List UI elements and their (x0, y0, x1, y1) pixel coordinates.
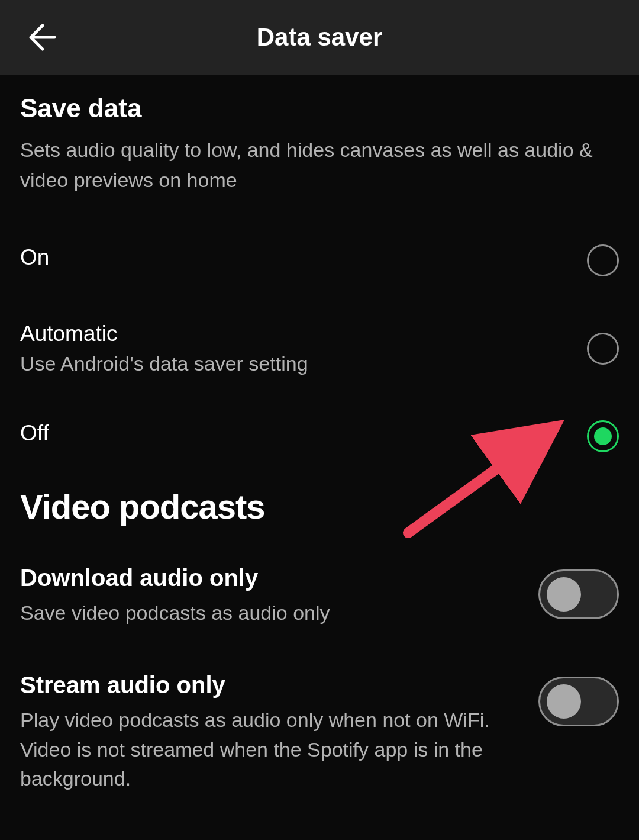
content-area: Save data Sets audio quality to low, and… (0, 75, 639, 805)
radio-button-automatic[interactable] (587, 333, 619, 365)
toggle-sublabel: Save video podcasts as audio only (20, 598, 515, 627)
toggle-label-group: Download audio only Save video podcasts … (20, 565, 538, 627)
arrow-left-icon (26, 22, 57, 53)
radio-label-group: Automatic Use Android's data saver setti… (20, 321, 587, 375)
radio-label-group: Off (20, 421, 587, 452)
radio-label: On (20, 245, 587, 270)
app-header: Data saver (0, 0, 639, 75)
toggle-row-download-audio-only[interactable]: Download audio only Save video podcasts … (20, 553, 619, 639)
radio-label-group: On (20, 245, 587, 276)
toggle-label: Stream audio only (20, 672, 515, 699)
radio-row-on[interactable]: On (20, 228, 619, 293)
radio-label: Automatic (20, 321, 587, 346)
toggle-row-stream-audio-only[interactable]: Stream audio only Play video podcasts as… (20, 660, 619, 805)
toggle-knob (547, 684, 581, 719)
toggle-stream-audio-only[interactable] (538, 677, 619, 726)
toggle-label-group: Stream audio only Play video podcasts as… (20, 672, 538, 793)
radio-row-off[interactable]: Off (20, 404, 619, 469)
save-data-title: Save data (20, 94, 619, 123)
toggle-sublabel: Play video podcasts as audio only when n… (20, 706, 515, 793)
page-title: Data saver (257, 23, 382, 52)
save-data-description: Sets audio quality to low, and hides can… (20, 135, 619, 195)
radio-button-off[interactable] (587, 420, 619, 452)
toggle-label: Download audio only (20, 565, 515, 591)
video-podcasts-heading: Video podcasts (20, 487, 619, 526)
radio-label: Off (20, 421, 587, 446)
toggle-download-audio-only[interactable] (538, 569, 619, 619)
toggle-knob (547, 577, 581, 612)
radio-row-automatic[interactable]: Automatic Use Android's data saver setti… (20, 305, 619, 392)
back-button[interactable] (24, 20, 59, 55)
radio-sublabel: Use Android's data saver setting (20, 352, 587, 375)
radio-button-on[interactable] (587, 244, 619, 276)
